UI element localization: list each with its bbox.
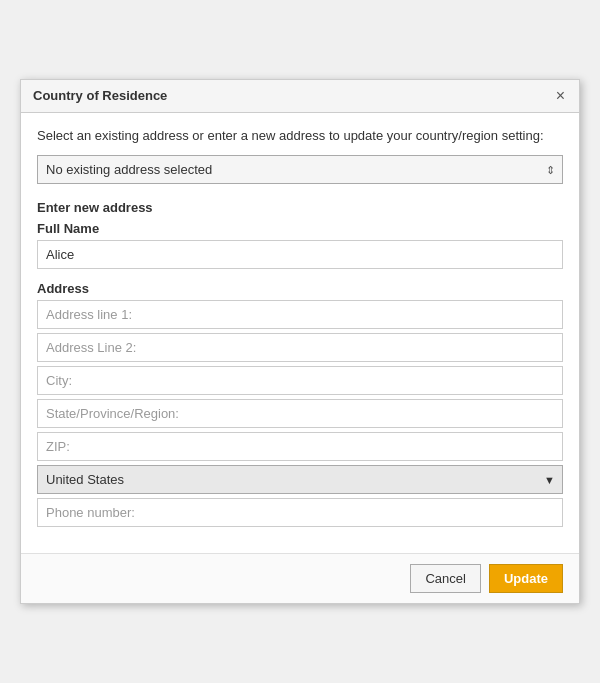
address-fields: United States Canada United Kingdom Aust…: [37, 300, 563, 527]
full-name-group: Full Name: [37, 221, 563, 269]
address-label: Address: [37, 281, 563, 296]
close-button[interactable]: ×: [554, 88, 567, 104]
enter-new-address-label: Enter new address: [37, 200, 563, 215]
dialog-header: Country of Residence ×: [21, 80, 579, 113]
address-group: Address United States Canada United King…: [37, 281, 563, 527]
city-input[interactable]: [37, 366, 563, 395]
existing-address-select[interactable]: No existing address selected: [37, 155, 563, 184]
zip-input[interactable]: [37, 432, 563, 461]
phone-input[interactable]: [37, 498, 563, 527]
existing-address-wrapper: No existing address selected ⇕: [37, 155, 563, 184]
dialog-footer: Cancel Update: [21, 553, 579, 603]
country-of-residence-dialog: Country of Residence × Select an existin…: [20, 79, 580, 604]
state-input[interactable]: [37, 399, 563, 428]
update-button[interactable]: Update: [489, 564, 563, 593]
dialog-description: Select an existing address or enter a ne…: [37, 127, 563, 145]
cancel-button[interactable]: Cancel: [410, 564, 480, 593]
full-name-label: Full Name: [37, 221, 563, 236]
address-line1-input[interactable]: [37, 300, 563, 329]
dialog-body: Select an existing address or enter a ne…: [21, 113, 579, 553]
full-name-input[interactable]: [37, 240, 563, 269]
country-select[interactable]: United States Canada United Kingdom Aust…: [37, 465, 563, 494]
country-select-wrapper: United States Canada United Kingdom Aust…: [37, 465, 563, 494]
dialog-title: Country of Residence: [33, 88, 167, 103]
address-line2-input[interactable]: [37, 333, 563, 362]
